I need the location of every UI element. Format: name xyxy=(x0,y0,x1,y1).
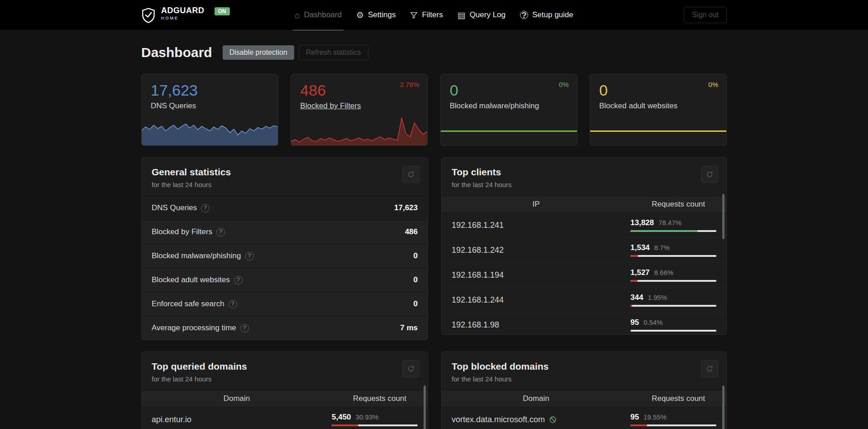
requests-percent: 30.93% xyxy=(356,413,379,421)
help-icon[interactable] xyxy=(245,252,254,260)
help-icon[interactable] xyxy=(201,204,210,212)
requests-percent: 8.7% xyxy=(654,244,670,251)
help-icon[interactable] xyxy=(240,324,249,333)
filter-funnel-icon xyxy=(410,11,418,19)
stats-row: Blocked malware/phishing 0 xyxy=(142,244,428,268)
client-ip-link[interactable]: 192.168.1.244 xyxy=(452,295,504,305)
blocked-adult-label: Blocked adult websites xyxy=(599,101,717,111)
refresh-top-queried-button[interactable] xyxy=(402,360,420,377)
requests-percent: 8.66% xyxy=(654,269,674,276)
progress-bar-fill xyxy=(630,305,632,307)
progress-bar xyxy=(630,230,716,232)
top-blocked-table: vortex.data.microsoft.com 95 19.55% xyxy=(442,407,726,429)
stats-row-label: Blocked adult websites xyxy=(152,275,230,284)
stats-row-label: DNS Queries xyxy=(152,203,197,212)
requests-count-block: 5,450 30.93% xyxy=(332,413,418,426)
nav-query-log[interactable]: ▤ Query Log xyxy=(458,0,506,30)
progress-bar-fill xyxy=(630,280,638,282)
brand-sub: HOME xyxy=(161,16,205,21)
general-statistics-card: General statistics for the last 24 hours… xyxy=(141,157,428,340)
adguard-home-logo[interactable]: ADGUARD HOME ON xyxy=(141,6,295,24)
stats-row-value: 0 xyxy=(414,299,418,308)
disable-protection-button[interactable]: Disable protection xyxy=(223,45,294,60)
nav-dashboard[interactable]: ⌂ Dashboard xyxy=(295,0,342,30)
requests-percent: 19.55% xyxy=(644,413,667,421)
nav-filters[interactable]: Filters xyxy=(410,0,443,30)
sign-out-button[interactable]: Sign out xyxy=(684,7,727,23)
top-blocked-domains-title: Top blocked domains xyxy=(452,361,716,372)
scrollbar-thumb[interactable] xyxy=(722,194,725,239)
domain-row: vortex.data.microsoft.com 95 19.55% xyxy=(442,407,726,429)
client-row: 192.168.1.241 13,828 78.47% xyxy=(442,213,726,238)
top-blocked-domains-subtitle: for the last 24 hours xyxy=(452,375,716,383)
blocked-malware-card: 0 Blocked malware/phishing 0% xyxy=(440,74,577,146)
blocked-circle-slash-icon xyxy=(549,416,557,424)
top-clients-table: 192.168.1.241 13,828 78.47% 192.168.1.24… xyxy=(442,213,726,335)
requests-count-block: 13,828 78.47% xyxy=(630,218,716,232)
scrollbar-thumb[interactable] xyxy=(424,386,426,429)
refresh-statistics-button[interactable]: Refresh statistics xyxy=(299,45,368,60)
stats-row: Blocked by Filters 486 xyxy=(142,220,428,244)
nav-dashboard-label: Dashboard xyxy=(304,10,342,19)
requests-count-column-header: Requests count xyxy=(630,200,726,209)
refresh-icon xyxy=(706,171,713,178)
client-ip-link[interactable]: 192.168.1.194 xyxy=(452,270,504,280)
page-header: Dashboard Disable protection Refresh sta… xyxy=(141,45,727,60)
client-row: 192.168.1.244 344 1.95% xyxy=(442,288,726,313)
scrollbar-thumb[interactable] xyxy=(722,386,725,429)
progress-bar-fill xyxy=(630,424,647,426)
protection-on-badge: ON xyxy=(215,7,230,15)
home-icon: ⌂ xyxy=(295,11,300,19)
nav-filters-label: Filters xyxy=(422,10,443,19)
top-clients-subtitle: for the last 24 hours xyxy=(452,181,716,188)
client-ip-link[interactable]: 192.168.1.98 xyxy=(452,320,499,330)
domain-text: vortex.data.microsoft.com xyxy=(452,415,545,424)
refresh-top-blocked-button[interactable] xyxy=(701,360,718,377)
requests-percent: 78.47% xyxy=(658,219,682,227)
requests-count-block: 344 1.95% xyxy=(630,293,716,307)
nav-setup-guide[interactable]: Setup guide xyxy=(520,0,573,30)
progress-bar xyxy=(630,424,716,426)
progress-bar-fill xyxy=(630,255,638,257)
stats-row-label: Blocked by Filters xyxy=(152,227,212,236)
blocked-by-filters-link[interactable]: Blocked by Filters xyxy=(300,101,418,111)
top-blocked-table-header: Domain Requests count xyxy=(442,390,726,407)
blocked-malware-flatline xyxy=(441,130,577,132)
ip-column-header: IP xyxy=(442,200,630,209)
refresh-top-clients-button[interactable] xyxy=(701,166,718,183)
stats-row-label: Blocked malware/phishing xyxy=(152,251,241,260)
main-nav-menu: ⌂ Dashboard ⚙ Settings Filters ▤ Query L… xyxy=(295,0,573,30)
general-statistics-title: General statistics xyxy=(152,167,418,178)
nav-settings[interactable]: ⚙ Settings xyxy=(356,0,396,30)
dns-queries-sparkline xyxy=(142,116,278,145)
domain-column-header: Domain xyxy=(142,394,332,403)
help-icon[interactable] xyxy=(234,276,243,284)
top-queried-table-header: Domain Requests count xyxy=(142,390,428,407)
client-ip-link[interactable]: 192.168.1.241 xyxy=(452,221,504,230)
top-navbar: ADGUARD HOME ON ⌂ Dashboard ⚙ Settings F… xyxy=(0,0,868,30)
domain-link[interactable]: api.entur.io xyxy=(152,415,191,424)
top-clients-table-header: IP Requests count xyxy=(442,196,726,213)
refresh-general-statistics-button[interactable] xyxy=(402,166,420,183)
client-row: 192.168.1.98 95 0.54% xyxy=(442,313,726,335)
refresh-icon xyxy=(407,171,415,178)
progress-bar-fill xyxy=(630,330,631,332)
blocked-malware-label: Blocked malware/phishing xyxy=(450,101,568,111)
blocked-by-filters-sparkline xyxy=(291,116,427,145)
stats-row-value: 7 ms xyxy=(400,323,418,333)
gear-icon: ⚙ xyxy=(356,11,364,19)
top-queried-domains-card: Top queried domains for the last 24 hour… xyxy=(141,352,428,429)
refresh-icon xyxy=(407,365,415,372)
query-log-icon: ▤ xyxy=(458,11,466,19)
help-icon[interactable] xyxy=(229,300,237,308)
requests-count-block: 1,534 8.7% xyxy=(630,243,716,257)
help-icon[interactable] xyxy=(216,228,225,236)
dns-queries-card: 17,623 DNS Queries xyxy=(141,74,278,146)
progress-bar-fill xyxy=(332,424,358,426)
stats-row-value: 0 xyxy=(414,275,418,284)
blocked-adult-percent: 0% xyxy=(708,81,718,88)
blocked-by-filters-card: 486 Blocked by Filters 2.76% xyxy=(291,74,428,146)
progress-bar xyxy=(630,330,716,332)
domain-link[interactable]: vortex.data.microsoft.com xyxy=(452,415,557,424)
client-ip-link[interactable]: 192.168.1.242 xyxy=(452,246,504,255)
